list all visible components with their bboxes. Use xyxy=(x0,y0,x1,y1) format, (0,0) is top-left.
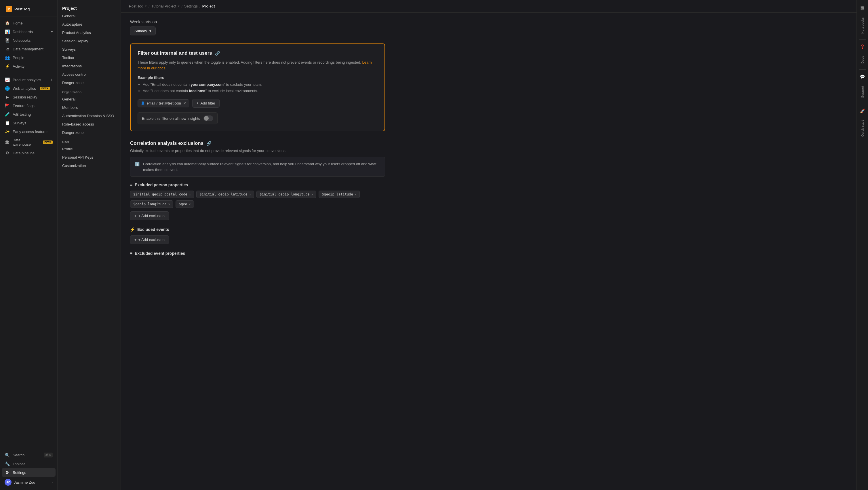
settings-nav-access-control[interactable]: Access control xyxy=(58,70,121,79)
sidebar-label-data-management: Data management xyxy=(13,47,43,51)
prop-remove-4[interactable]: ✕ xyxy=(168,203,170,206)
breadcrumb-chevron-2: ▾ xyxy=(178,4,180,8)
sidebar-item-session-replay[interactable]: ▶ Session replay xyxy=(2,93,56,101)
excluded-event-props-section: ≡ Excluded event properties xyxy=(130,251,385,256)
prop-tag-1[interactable]: $initial_geoip_latitude ✕ xyxy=(196,191,254,198)
corr-title-row: Correlation analysis exclusions 🔗 xyxy=(130,141,385,146)
notebooks-tab-icon[interactable]: 📓 xyxy=(858,3,867,13)
sidebar-item-dashboards[interactable]: 📊 Dashboards ▾ xyxy=(2,27,56,36)
session-replay-icon: ▶ xyxy=(5,95,10,99)
breadcrumb-settings[interactable]: Settings xyxy=(184,4,198,8)
sidebar-item-data-pipeline[interactable]: ⚙ Data pipeline xyxy=(2,149,56,157)
content: PostHog ▾ / Tutorial Project ▾ / Setting… xyxy=(121,0,857,490)
prop-remove-1[interactable]: ✕ xyxy=(249,193,251,196)
settings-nav-org-general[interactable]: General xyxy=(58,95,121,103)
excluded-event-props-icon: ≡ xyxy=(130,251,132,256)
search-shortcut: ⌘ K xyxy=(44,453,53,457)
sidebar-item-feature-flags[interactable]: 🚩 Feature flags xyxy=(2,101,56,110)
week-select-button[interactable]: Sunday ▾ xyxy=(130,27,156,35)
docs-tab[interactable]: Docs xyxy=(859,52,866,67)
add-exclusion-person-props-button[interactable]: + + Add exclusion xyxy=(130,211,169,220)
sidebar-label-toolbar: Toolbar xyxy=(13,462,25,466)
settings-nav-session-replay[interactable]: Session Replay xyxy=(58,37,121,45)
add-exclusion-plus-icon: + xyxy=(134,214,137,218)
sidebar-label-surveys: Surveys xyxy=(13,121,26,125)
settings-nav-members[interactable]: Members xyxy=(58,103,121,112)
settings-nav-product-analytics[interactable]: Product Analytics xyxy=(58,29,121,37)
quick-start-tab-icon[interactable]: 🚀 xyxy=(858,106,867,116)
corr-title: Correlation analysis exclusions xyxy=(130,141,204,146)
sidebar-item-toolbar[interactable]: 🔧 Toolbar xyxy=(2,459,56,468)
sidebar-item-settings[interactable]: ⚙ Settings xyxy=(2,468,56,477)
quick-start-tab[interactable]: Quick start xyxy=(859,117,866,140)
sidebar-item-search[interactable]: 🔍 Search ⌘ K xyxy=(2,451,56,459)
breadcrumb-posthog[interactable]: PostHog xyxy=(129,4,143,8)
week-label: Week starts on xyxy=(130,20,385,24)
prop-tag-4[interactable]: $geoip_longitude ✕ xyxy=(130,201,173,208)
settings-nav-org-danger-zone[interactable]: Danger zone xyxy=(58,128,121,137)
info-box: ℹ️ Correlation analysis can automaticall… xyxy=(130,157,385,177)
filter-section: Filter out internal and test users 🔗 The… xyxy=(130,43,385,131)
settings-nav-profile[interactable]: Profile xyxy=(58,145,121,153)
settings-nav-personal-api-keys[interactable]: Personal API Keys xyxy=(58,153,121,161)
sidebar-item-data-warehouse[interactable]: 🏛 Data warehouse BETA xyxy=(2,136,56,149)
prop-tag-0[interactable]: $initial_geoip_postal_code ✕ xyxy=(130,191,194,198)
settings-nav-customization[interactable]: Customization xyxy=(58,161,121,170)
sidebar-item-notebooks[interactable]: 📓 Notebooks xyxy=(2,36,56,44)
early-access-icon: ✨ xyxy=(5,129,10,134)
sidebar-item-early-access[interactable]: ✨ Early access features xyxy=(2,127,56,136)
settings-nav-integrations[interactable]: Integrations xyxy=(58,62,121,70)
toggle-label: Enable this filter on all new insights xyxy=(142,116,200,121)
breadcrumb-tutorial-project[interactable]: Tutorial Project xyxy=(151,4,177,8)
support-tab-icon[interactable]: 💬 xyxy=(858,72,867,81)
sidebar-item-activity[interactable]: ⚡ Activity xyxy=(2,62,56,70)
info-text: Correlation analysis can automatically s… xyxy=(143,161,380,173)
sidebar-item-data-management[interactable]: 🗂 Data management xyxy=(2,44,56,53)
settings-nav-toolbar[interactable]: Toolbar xyxy=(58,54,121,62)
excluded-event-props-title: ≡ Excluded event properties xyxy=(130,251,385,256)
example-filters: Example filters Add "Email does not cont… xyxy=(137,75,378,94)
sidebar-item-product-analytics[interactable]: 📈 Product analytics + xyxy=(2,75,56,84)
sidebar-item-surveys[interactable]: 📋 Surveys xyxy=(2,119,56,127)
filter-remove-button[interactable]: ✕ xyxy=(183,101,186,105)
data-pipeline-icon: ⚙ xyxy=(5,151,10,155)
prop-remove-2[interactable]: ✕ xyxy=(311,193,313,196)
prop-tag-5[interactable]: $geo ✕ xyxy=(176,201,194,208)
sidebar-item-home[interactable]: 🏠 Home xyxy=(2,19,56,27)
settings-nav-role-based-access[interactable]: Role-based access xyxy=(58,120,121,128)
settings-nav-autocapture[interactable]: Autocapture xyxy=(58,20,121,29)
add-filter-label: Add filter xyxy=(200,101,215,105)
settings-nav-surveys[interactable]: Surveys xyxy=(58,45,121,54)
prop-tag-text-5: $geo xyxy=(179,202,187,206)
filter-toggle[interactable] xyxy=(204,116,213,121)
sidebar-item-ab-testing[interactable]: 🧪 A/B testing xyxy=(2,110,56,119)
sidebar-item-web-analytics[interactable]: 🌐 Web analytics BETA xyxy=(2,84,56,93)
add-filter-button[interactable]: + Add filter xyxy=(192,99,220,108)
docs-tab-icon[interactable]: ❓ xyxy=(858,42,867,51)
settings-nav-general[interactable]: General xyxy=(58,12,121,20)
filter-link-icon[interactable]: 🔗 xyxy=(215,51,220,56)
prop-remove-5[interactable]: ✕ xyxy=(189,203,191,206)
prop-tag-3[interactable]: $geoip_latitude ✕ xyxy=(319,191,360,198)
app-logo[interactable]: P PostHog xyxy=(3,4,54,14)
settings-icon: ⚙ xyxy=(5,470,10,475)
prop-tag-2[interactable]: $initial_geoip_longitude ✕ xyxy=(256,191,316,198)
prop-remove-3[interactable]: ✕ xyxy=(355,193,357,196)
settings-nav-auth-domains[interactable]: Authentication Domains & SSO xyxy=(58,112,121,120)
sidebar-label-session-replay: Session replay xyxy=(13,95,37,99)
user-row[interactable]: JZ Jasmine Zou › xyxy=(2,477,56,488)
example-filter-1: Add "Email does not contain yourcompany.… xyxy=(143,82,378,88)
support-tab[interactable]: Support xyxy=(859,82,866,101)
add-exclusion-events-label: + Add exclusion xyxy=(138,238,165,242)
settings-nav-project-heading: Project xyxy=(58,3,121,12)
settings-nav-danger-zone[interactable]: Danger zone xyxy=(58,79,121,87)
sidebar-item-people[interactable]: 👥 People xyxy=(2,53,56,62)
plus-icon[interactable]: + xyxy=(50,78,53,82)
toolbar-icon: 🔧 xyxy=(5,461,10,466)
prop-remove-0[interactable]: ✕ xyxy=(189,193,191,196)
filter-tag-email[interactable]: 👤 email ≠ test@test.com ✕ xyxy=(137,99,189,108)
corr-link-icon[interactable]: 🔗 xyxy=(206,141,211,146)
notebooks-icon: 📓 xyxy=(5,38,10,42)
notebooks-tab[interactable]: Notebooks xyxy=(859,14,866,37)
add-exclusion-events-button[interactable]: + + Add exclusion xyxy=(130,235,169,244)
